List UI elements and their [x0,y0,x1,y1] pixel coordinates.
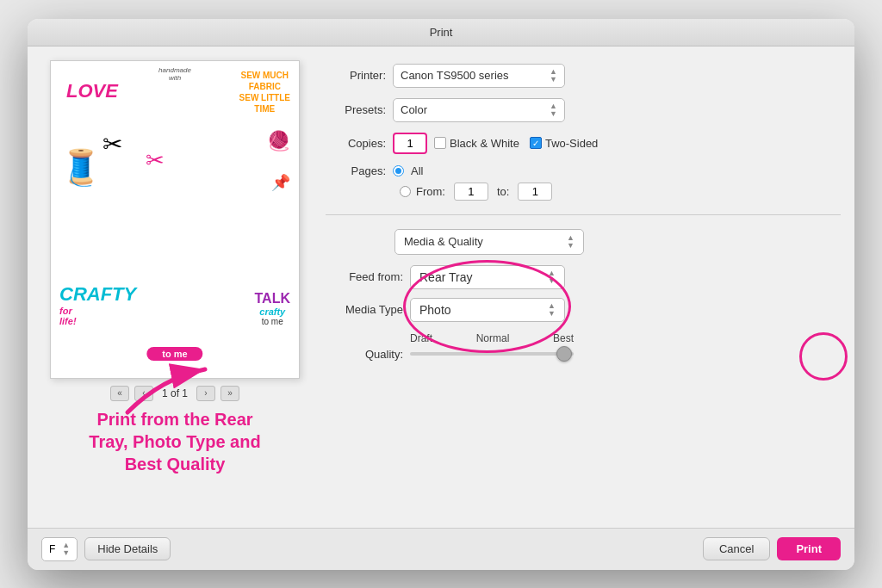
quality-scale-labels: Draft Normal Best [410,332,574,344]
panel-selector-row: Media & Quality ▲▼ [326,229,841,255]
pages-all-label: All [411,164,423,177]
quality-draft-label: Draft [410,332,432,344]
presets-value: Color [401,103,427,116]
pages-from-input[interactable] [454,183,488,201]
quality-slider-track[interactable] [410,352,574,356]
twosided-label: Two-Sided [545,137,598,150]
copies-input[interactable] [393,133,427,154]
thread-icon: 🧶 [267,130,290,152]
preview-panel: handmadewith LOVE SEW MUCHFABRICSEW LITT… [41,60,308,514]
twosided-checkbox-item[interactable]: ✓ Two-Sided [530,137,598,150]
preview-image: handmadewith LOVE SEW MUCHFABRICSEW LITT… [51,61,299,378]
quality-best-label: Best [553,332,574,344]
pages-section: Pages: All From: to: [326,164,841,201]
quality-slider-thumb[interactable] [556,346,572,362]
quality-label: Quality: [334,348,403,361]
bw-label: Black & White [450,137,519,150]
to-me-text: to me [255,317,290,326]
printer-label: Printer: [326,69,386,82]
separator-1 [326,214,841,215]
quality-section: Draft Normal Best Quality: [326,332,841,361]
media-type-row: Media Type Photo ▲▼ [326,298,841,322]
feed-section: Feed from: Rear Tray ▲▼ Media Type Photo [326,265,841,322]
pages-from-radio[interactable] [400,186,411,197]
radio-dot-icon [395,168,401,174]
panel-select[interactable]: Media & Quality ▲▼ [394,229,584,255]
for-life-text: forlife! [59,306,136,326]
printer-value: Canon TS9500 series [401,69,509,82]
copies-label: Copies: [326,137,386,150]
pages-label: Pages: [326,164,386,177]
media-type-select[interactable]: Photo ▲▼ [410,298,565,322]
printer-select[interactable]: Canon TS9500 series ▲▼ [393,64,565,88]
settings-panel: Printer: Canon TS9500 series ▲▼ Presets:… [326,60,841,514]
crafty2-text: crafty [255,306,290,317]
bw-checkbox-item[interactable]: Black & White [434,137,519,150]
quality-slider-row: Quality: [334,348,841,361]
print-dialog: Print handmadewith LOVE SEW MUCHFABRICSE… [28,19,854,570]
scissors-pink-icon: ✂ [146,147,165,174]
presets-select[interactable]: Color ▲▼ [393,98,565,122]
sew-text: SEW MUCHFABRICSEW LITTLETIME [239,70,290,115]
copies-options: Black & White ✓ Two-Sided [434,137,598,150]
annotation-arrow [119,361,222,421]
talk-text: TALK [255,291,290,306]
feed-from-value: Rear Tray [419,270,472,284]
cancel-button[interactable]: Cancel [703,537,770,560]
annotation-area: Print from the RearTray, Photo Type andB… [50,408,300,475]
pages-to-label: to: [497,185,509,198]
scissors-icon: ✂ [102,130,122,158]
presets-stepper-icon: ▲▼ [550,102,557,118]
pages-all-row: Pages: All [326,164,841,177]
pages-from-row: From: to: [326,183,841,201]
pdf-label: F [49,543,55,555]
bottom-bar: F ▲▼ Hide Details Cancel Print [28,528,854,570]
panel-value: Media & Quality [404,235,483,248]
media-stepper-icon: ▲▼ [548,302,556,318]
pdf-select[interactable]: F ▲▼ [41,537,78,561]
feed-stepper-icon: ▲▼ [548,269,556,285]
pdf-stepper-icon: ▲▼ [62,542,70,557]
bw-checkbox[interactable] [434,137,446,149]
presets-label: Presets: [326,103,386,116]
hide-details-button[interactable]: Hide Details [84,537,171,560]
check-icon: ✓ [532,139,539,148]
pages-from-label: From: [416,185,445,198]
last-page-button[interactable]: » [220,386,239,401]
pages-to-input[interactable] [518,183,552,201]
media-type-value: Photo [419,303,451,317]
printer-stepper-icon: ▲▼ [550,68,557,84]
feed-from-select[interactable]: Rear Tray ▲▼ [410,265,565,289]
media-type-label: Media Type [326,303,403,316]
feed-from-row: Feed from: Rear Tray ▲▼ [326,265,841,289]
preview-frame: handmadewith LOVE SEW MUCHFABRICSEW LITT… [50,60,300,379]
handmade-label: handmadewith [158,66,191,83]
presets-row: Presets: Color ▲▼ [326,98,841,122]
pin-icon: 📌 [271,173,290,192]
panel-stepper-icon: ▲▼ [567,234,575,250]
pages-all-radio[interactable] [393,165,404,176]
quality-normal-label: Normal [476,332,510,344]
printer-row: Printer: Canon TS9500 series ▲▼ [326,64,841,88]
crafty-text: CRAFTY [59,283,136,306]
dialog-title: Print [430,26,453,39]
sewing-machine-icon: 🧵 [59,147,102,188]
feed-from-label: Feed from: [326,270,403,283]
print-button[interactable]: Print [777,537,841,560]
titlebar: Print [28,19,854,46]
love-text: LOVE [66,80,118,102]
twosided-checkbox[interactable]: ✓ [530,137,542,149]
to-me-badge: to me [162,349,187,359]
copies-row: Copies: Black & White ✓ Two-Sided [326,133,841,154]
quality-labels-row: Draft Normal Best [334,332,841,344]
